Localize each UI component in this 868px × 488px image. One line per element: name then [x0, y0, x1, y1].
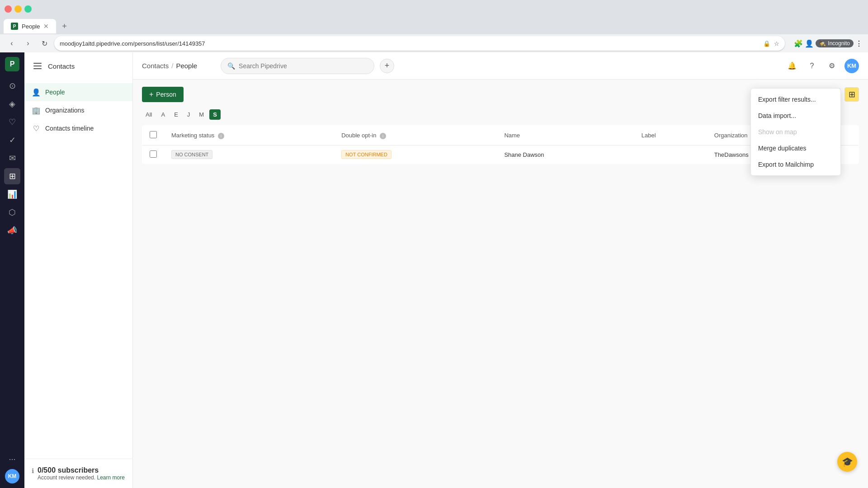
subscriber-count: 0/500 subscribers	[38, 466, 125, 474]
double-optin-info-icon[interactable]: i	[380, 133, 386, 139]
hamburger-button[interactable]	[32, 60, 44, 72]
rail-activities-icon[interactable]: ✓	[4, 132, 20, 148]
breadcrumb-separator: /	[171, 62, 173, 70]
sidebar-organizations-label: Organizations	[45, 107, 84, 114]
alpha-all[interactable]: All	[142, 109, 156, 120]
alpha-e[interactable]: E	[170, 109, 182, 120]
header-right: 🔔 ? ⚙ KM	[785, 59, 859, 73]
sidebar-people-label: People	[45, 89, 65, 96]
notifications-icon[interactable]: 🔔	[785, 59, 799, 73]
organizations-icon: 🏢	[32, 106, 41, 115]
account-review-text: Account review needed. Learn more	[38, 474, 125, 481]
url-icons: 🔒 ☆	[763, 40, 779, 47]
options-button[interactable]: ⊞	[844, 87, 859, 102]
sidebar: Contacts 👤 People 🏢 Organizations ♡ Cont…	[24, 52, 133, 488]
label-cell	[634, 145, 707, 164]
url-input[interactable]: moodjoy1altd.pipedrive.com/persons/list/…	[54, 36, 785, 51]
export-to-mailchimp-item[interactable]: Export to Mailchimp	[751, 156, 840, 173]
sidebar-timeline-label: Contacts timeline	[45, 125, 94, 132]
global-add-button[interactable]: +	[380, 59, 394, 73]
bookmark-icon[interactable]: ☆	[774, 40, 779, 47]
window-controls[interactable]	[5, 5, 32, 13]
left-rail: P ⊙ ◈ ♡ ✓ ✉ ⊞ 📊 ⬡ 📣 ··· KM	[0, 52, 24, 488]
settings-icon[interactable]: ⚙	[825, 59, 839, 73]
people-icon: 👤	[32, 88, 41, 97]
export-filter-results-item[interactable]: Export filter results...	[751, 91, 840, 108]
help-icon[interactable]: ?	[805, 59, 819, 73]
tab-title: People	[22, 23, 40, 30]
name-header: Name	[497, 126, 634, 145]
rail-contacts-icon[interactable]: ♡	[4, 114, 20, 130]
row-checkbox[interactable]	[150, 150, 157, 158]
rail-more-icon[interactable]: ···	[4, 451, 20, 467]
alpha-j[interactable]: J	[184, 109, 194, 120]
forward-button[interactable]: ›	[22, 37, 34, 50]
more-options-icon[interactable]: ⋮	[855, 39, 863, 48]
profile-icon[interactable]: 👤	[805, 39, 814, 48]
active-tab[interactable]: P People ✕	[4, 19, 56, 33]
sidebar-nav: 👤 People 🏢 Organizations ♡ Contacts time…	[24, 80, 132, 459]
tab-favicon: P	[11, 23, 18, 30]
data-import-item[interactable]: Data import...	[751, 108, 840, 124]
timeline-icon: ♡	[32, 124, 41, 133]
refresh-button[interactable]: ↻	[38, 37, 51, 50]
sidebar-header: Contacts	[24, 52, 132, 80]
select-all-header	[142, 126, 165, 145]
extensions-icon[interactable]: 🧩	[794, 39, 803, 48]
row-checkbox-cell	[142, 145, 165, 164]
app-logo[interactable]: P	[5, 57, 19, 71]
double-optin-cell: NOT CONFIRMED	[334, 145, 497, 164]
label-header: Label	[634, 126, 707, 145]
tab-close-button[interactable]: ✕	[43, 23, 49, 30]
sidebar-item-people[interactable]: 👤 People	[24, 83, 132, 101]
browser-toolbar: 🧩 👤 🕵 Incognito ⋮	[794, 39, 863, 48]
breadcrumb: Contacts / People	[142, 62, 197, 70]
marketing-status-cell: NO CONSENT	[164, 145, 334, 164]
incognito-icon: 🕵	[819, 40, 826, 47]
show-on-map-item: Show on map	[751, 124, 840, 140]
sidebar-footer: ℹ 0/500 subscribers Account review neede…	[24, 459, 132, 488]
window-close-button[interactable]	[5, 5, 12, 13]
search-icon: 🔍	[227, 62, 235, 70]
window-max-button[interactable]	[24, 5, 32, 13]
sidebar-title: Contacts	[48, 62, 75, 70]
hamburger-line	[33, 68, 42, 69]
alpha-m[interactable]: M	[195, 109, 208, 120]
search-input[interactable]	[239, 62, 368, 70]
select-all-checkbox[interactable]	[150, 131, 157, 138]
rail-email-icon[interactable]: ✉	[4, 150, 20, 166]
alpha-a[interactable]: A	[157, 109, 169, 120]
rail-campaigns-icon[interactable]: 📣	[4, 222, 20, 239]
back-button[interactable]: ‹	[5, 37, 18, 50]
double-optin-header: Double opt-in i	[334, 126, 497, 145]
lock-icon: 🔒	[763, 40, 770, 47]
info-icon: ℹ	[32, 467, 34, 474]
subscriber-text: 0/500 subscribers Account review needed.…	[38, 466, 125, 481]
incognito-label: Incognito	[828, 40, 850, 47]
url-text: moodjoy1altd.pipedrive.com/persons/list/…	[60, 40, 205, 47]
marketing-status-info-icon[interactable]: i	[218, 133, 224, 139]
breadcrumb-contacts[interactable]: Contacts	[142, 62, 169, 70]
hamburger-line	[33, 63, 42, 64]
merge-duplicates-item[interactable]: Merge duplicates	[751, 140, 840, 156]
sidebar-item-organizations[interactable]: 🏢 Organizations	[24, 101, 132, 119]
rail-contacts-list-icon[interactable]: ⊞	[4, 168, 20, 184]
rail-avatar[interactable]: KM	[5, 469, 19, 483]
user-avatar[interactable]: KM	[844, 59, 859, 73]
rail-deals-icon[interactable]: ◈	[4, 96, 20, 112]
plus-icon: +	[149, 90, 153, 99]
rail-home-icon[interactable]: ⊙	[4, 78, 20, 94]
rail-products-icon[interactable]: ⬡	[4, 204, 20, 221]
rail-reports-icon[interactable]: 📊	[4, 186, 20, 202]
chat-button[interactable]: 🎓	[837, 452, 857, 472]
sidebar-item-contacts-timeline[interactable]: ♡ Contacts timeline	[24, 119, 132, 137]
learn-more-link[interactable]: Learn more	[97, 474, 124, 481]
new-tab-button[interactable]: +	[58, 20, 71, 33]
subscriber-info: ℹ 0/500 subscribers Account review neede…	[32, 466, 125, 481]
global-search[interactable]: 🔍	[221, 58, 374, 74]
name-cell[interactable]: Shane Dawson	[497, 145, 634, 164]
alpha-s[interactable]: S	[209, 109, 221, 120]
add-person-button[interactable]: + Person	[142, 87, 184, 102]
options-dropdown-menu: Export filter results... Data import... …	[750, 88, 841, 176]
window-min-button[interactable]	[14, 5, 22, 13]
